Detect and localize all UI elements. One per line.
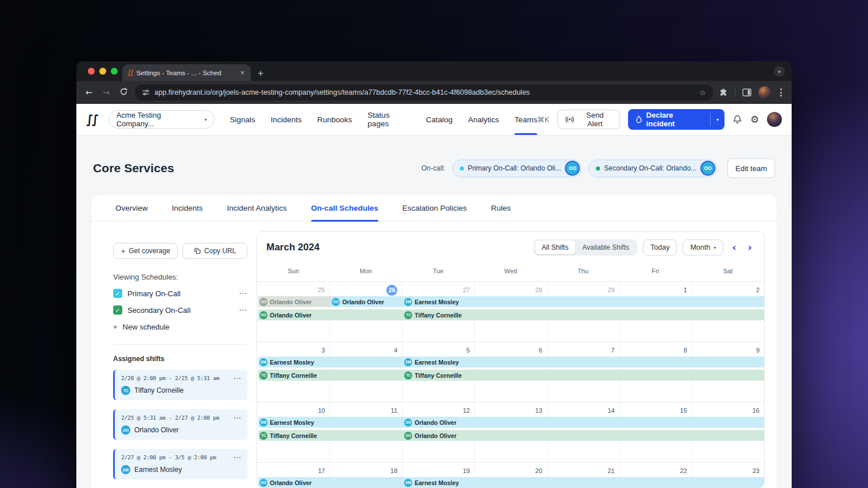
- calendar-event[interactable]: EMEarnest Mosley: [403, 296, 764, 307]
- avatar: EM: [259, 419, 268, 427]
- calendar-event[interactable]: TCTiffany Corneille: [403, 309, 764, 320]
- command-k-shortcut[interactable]: ⌘K: [537, 115, 549, 124]
- event-person-name: Earnest Mosley: [270, 359, 314, 366]
- oncall-badge-secondary[interactable]: Secondary On-Call: Orlando...OO: [588, 160, 717, 177]
- today-button[interactable]: Today: [643, 239, 677, 255]
- calendar-event[interactable]: TCTiffany Corneille: [258, 430, 404, 441]
- browser-menu-icon[interactable]: [778, 88, 784, 96]
- nav-item-analytics[interactable]: Analytics: [468, 104, 499, 135]
- event-person-name: Earnest Mosley: [414, 479, 459, 486]
- nav-item-catalog[interactable]: Catalog: [426, 104, 453, 135]
- more-options-icon[interactable]: ···: [234, 454, 242, 461]
- checkbox-primary-on-call[interactable]: ✓: [113, 289, 122, 298]
- calendar-event[interactable]: EMEarnest Mosley: [403, 477, 764, 487]
- calendar-controls: All ShiftsAvailable Shifts Today Month ▾…: [534, 239, 755, 255]
- tab-overview[interactable]: Overview: [115, 195, 148, 221]
- tab-incident-analytics[interactable]: Incident Analytics: [227, 195, 286, 221]
- new-schedule-button[interactable]: + New schedule: [113, 323, 247, 331]
- get-coverage-button[interactable]: + Get coverage: [113, 243, 178, 259]
- window-zoom-button[interactable]: [111, 68, 118, 75]
- event-person-name: Orlando Oliver: [342, 299, 384, 305]
- calendar-event[interactable]: OOOrlando Oliver: [403, 417, 764, 428]
- forward-button[interactable]: →: [100, 88, 112, 97]
- nav-item-runbooks[interactable]: Runbooks: [317, 104, 352, 135]
- user-avatar[interactable]: [767, 112, 782, 127]
- tab-close-icon[interactable]: ×: [239, 68, 246, 77]
- tab-search-button[interactable]: ▾: [774, 66, 785, 77]
- avatar: OO: [259, 479, 268, 487]
- nav-item-status-pages[interactable]: Status pages: [367, 104, 410, 135]
- calendar-week-4: 17181920212223OOOrlando OliverEMEarnest …: [257, 462, 764, 487]
- calendar-event[interactable]: EMEarnest Mosley: [403, 357, 764, 367]
- new-tab-button[interactable]: +: [258, 68, 264, 78]
- checkbox-secondary-on-call[interactable]: ✓: [113, 305, 122, 315]
- copy-icon: [194, 247, 201, 254]
- shift-card[interactable]: 2/25 @ 5:31 am - 2/27 @ 2:00 pm···OOOrla…: [113, 409, 247, 440]
- more-options-icon[interactable]: ···: [234, 375, 242, 382]
- tab-escalation-policies[interactable]: Escalation Policies: [402, 195, 467, 221]
- side-panel-icon[interactable]: [742, 88, 751, 96]
- org-selector[interactable]: Acme Testing Company... ▾: [108, 110, 215, 129]
- primary-nav: SignalsIncidentsRunbooksStatus pagesCata…: [230, 104, 537, 135]
- weekday-label: Thu: [547, 268, 619, 274]
- prev-month-button[interactable]: ‹: [729, 242, 739, 253]
- date-number: 25: [318, 285, 325, 296]
- date-number: 29: [607, 285, 614, 296]
- date-number: 18: [390, 466, 397, 477]
- calendar-event[interactable]: EMEarnest Mosley: [258, 417, 404, 428]
- tab-incidents[interactable]: Incidents: [172, 195, 203, 221]
- event-person-name: Earnest Mosley: [414, 299, 459, 305]
- nav-item-teams[interactable]: Teams: [514, 104, 537, 135]
- window-close-button[interactable]: [88, 68, 95, 75]
- view-select[interactable]: Month ▾: [683, 239, 723, 255]
- nav-item-incidents[interactable]: Incidents: [271, 104, 302, 135]
- toggle-all-shifts[interactable]: All Shifts: [535, 241, 576, 254]
- bookmark-star-icon[interactable]: ☆: [699, 88, 706, 97]
- calendar-event[interactable]: EMEarnest Mosley: [258, 357, 404, 367]
- more-options-icon[interactable]: ···: [239, 290, 247, 297]
- calendar-event[interactable]: OOOrlando Oliver: [258, 309, 404, 320]
- window-minimize-button[interactable]: [99, 68, 106, 75]
- weekday-label: Sat: [692, 268, 764, 274]
- oncall-badge-primary[interactable]: Primary On-Call: Orlando Oli...OO: [452, 160, 582, 177]
- calendar-event[interactable]: OOOrlando Oliver: [403, 430, 764, 441]
- calendar-event[interactable]: TCTiffany Corneille: [403, 370, 764, 381]
- tab-rules[interactable]: Rules: [491, 195, 511, 221]
- calendar-header: March 2024 All ShiftsAvailable Shifts To…: [257, 232, 764, 263]
- copy-url-label: Copy URL: [204, 247, 236, 255]
- back-button[interactable]: ←: [83, 88, 95, 97]
- date-number: 19: [463, 466, 470, 477]
- date-number: 1: [684, 285, 687, 296]
- shift-card[interactable]: 2/27 @ 2:00 pm - 3/5 @ 2:00 pm···EMEarne…: [113, 449, 247, 479]
- shift-range: 2/20 @ 2:00 pm - 2/25 @ 5:31 am: [121, 375, 234, 381]
- browser-profile-avatar[interactable]: [758, 86, 772, 99]
- more-options-icon[interactable]: ···: [239, 307, 247, 313]
- calendar-event[interactable]: OOOrlando Oliver: [331, 296, 404, 307]
- declare-incident-button[interactable]: Declare incident ▾: [628, 109, 724, 130]
- copy-url-button[interactable]: Copy URL: [183, 243, 247, 259]
- shift-card[interactable]: 2/20 @ 2:00 pm - 2/25 @ 5:31 am···TCTiff…: [113, 370, 247, 400]
- toggle-available-shifts[interactable]: Available Shifts: [575, 241, 636, 254]
- reload-button[interactable]: [118, 87, 129, 98]
- declare-incident-caret[interactable]: ▾: [711, 109, 724, 130]
- more-options-icon[interactable]: ···: [234, 415, 242, 421]
- address-bar[interactable]: app.firehydrant.io/org/joels-acme-testin…: [135, 84, 713, 100]
- event-person-name: Orlando Oliver: [270, 312, 312, 319]
- avatar: EM: [404, 358, 412, 366]
- site-settings-icon[interactable]: [142, 88, 150, 96]
- settings-gear-icon[interactable]: ⚙: [750, 115, 759, 125]
- extensions-puzzle-icon[interactable]: [719, 88, 728, 97]
- calendar-event[interactable]: TCTiffany Corneille: [258, 370, 404, 381]
- date-number: 4: [394, 345, 397, 356]
- next-month-button[interactable]: ›: [745, 242, 755, 253]
- calendar-event[interactable]: OOOrlando Oliver: [258, 477, 404, 487]
- notifications-bell-icon[interactable]: [733, 114, 742, 125]
- browser-toolbar-right: [719, 86, 785, 99]
- tab-on-call-schedules[interactable]: On-call Schedules: [311, 195, 378, 221]
- send-alert-button[interactable]: Send Alert: [557, 110, 620, 129]
- calendar-event[interactable]: OOOrlando Oliver: [258, 296, 332, 307]
- edit-team-button[interactable]: Edit team: [727, 158, 775, 178]
- browser-tab[interactable]: ∫∫ Settings - Teams - ... - Sched ×: [122, 64, 251, 81]
- firehydrant-logo-icon[interactable]: ∫∫: [86, 113, 99, 126]
- nav-item-signals[interactable]: Signals: [230, 104, 255, 135]
